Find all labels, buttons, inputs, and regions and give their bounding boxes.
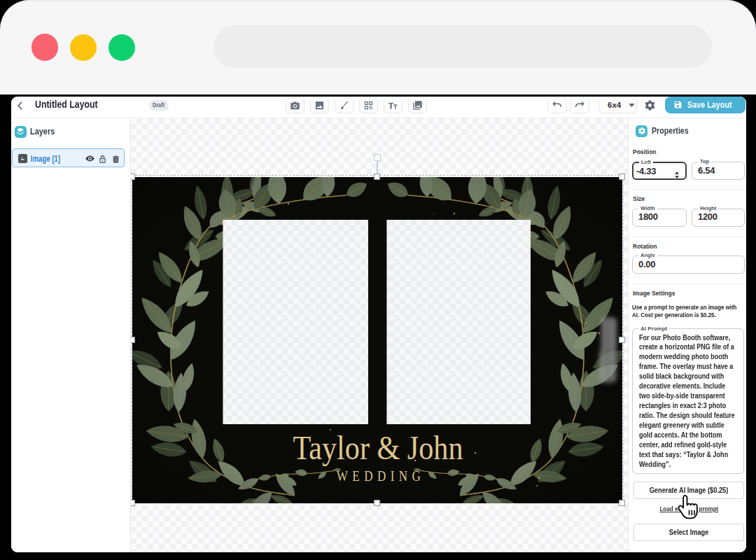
svg-text:WEDDING: WEDDING: [336, 468, 425, 484]
svg-text:Taylor & John: Taylor & John: [293, 429, 463, 466]
